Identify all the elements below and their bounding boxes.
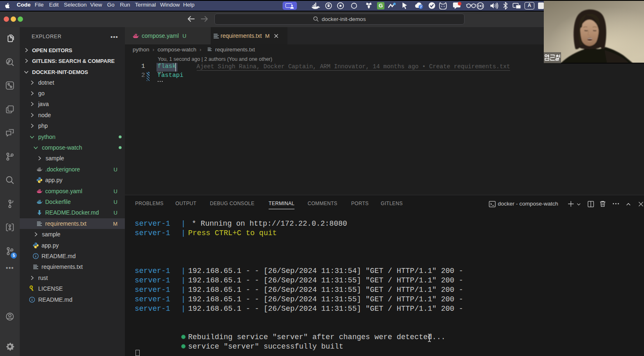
svg-text:7: 7 [420,5,422,9]
